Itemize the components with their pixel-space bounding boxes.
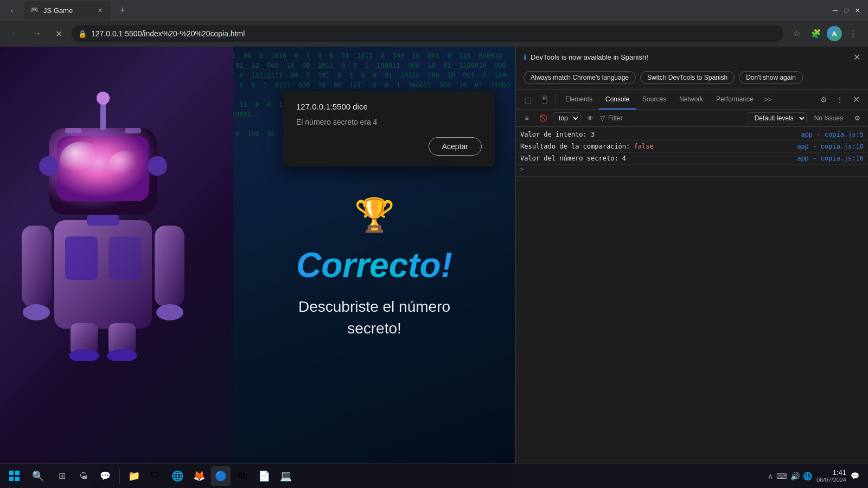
log-link-2[interactable]: app - copia.js:10: [797, 143, 864, 150]
log-val-1: 3: [591, 131, 595, 138]
banner-close-button[interactable]: ✕: [853, 52, 860, 62]
filter-area: ▽ Filter: [600, 114, 745, 122]
url-text: 127.0.0.1:5500/index%20-%20%20copia.html: [91, 29, 245, 38]
clock[interactable]: 1:41 06/07/2024: [816, 468, 846, 483]
subtitle-text: Descubriste el número secreto!: [298, 296, 450, 338]
devtools-more-icon[interactable]: ⋮: [832, 92, 847, 107]
toolbar-separator: [555, 94, 556, 105]
taskbar-app-defender[interactable]: 🛡: [146, 466, 165, 486]
new-tab-button[interactable]: +: [115, 3, 130, 18]
taskbar-teams[interactable]: 💬: [95, 466, 115, 486]
always-match-button[interactable]: Always match Chrome's language: [524, 71, 636, 84]
expand-arrow[interactable]: >: [520, 166, 524, 172]
svg-point-10: [23, 304, 50, 320]
maximize-button[interactable]: □: [842, 6, 851, 15]
levels-selector[interactable]: Default levels: [749, 112, 807, 124]
start-button[interactable]: [4, 466, 24, 486]
svg-rect-21: [125, 128, 141, 133]
context-selector[interactable]: top: [553, 112, 580, 124]
taskbar-widgets[interactable]: 🌤: [74, 466, 93, 486]
banner-text: DevTools is now available in Spanish!: [531, 53, 849, 61]
taskbar-taskview[interactable]: ⊞: [52, 466, 72, 486]
minimize-button[interactable]: ─: [831, 6, 840, 15]
tab-console[interactable]: Console: [599, 90, 636, 110]
tab-close-btn[interactable]: ✕: [95, 6, 104, 15]
eye-icon[interactable]: 👁: [584, 112, 597, 125]
console-expand-row[interactable]: >: [516, 165, 868, 177]
svg-rect-2: [108, 236, 141, 280]
taskbar-app-store[interactable]: 🛍: [233, 466, 252, 486]
log-link-3[interactable]: app - copia.js:16: [797, 155, 864, 162]
devtools-device-icon[interactable]: 📱: [537, 92, 552, 107]
address-input-field[interactable]: 🔒 127.0.0.1:5500/index%20-%20%20copia.ht…: [72, 25, 783, 42]
browser-toolbar: ☆ 🧩 A ⋮: [788, 25, 861, 42]
volume-icon[interactable]: 🔊: [790, 472, 800, 480]
dont-show-button[interactable]: Don't show again: [739, 71, 803, 84]
filter-icon: ▽: [600, 114, 605, 122]
taskbar: 🔍 ⊞ 🌤 💬 📁 🛡 🌐 🦊 🔵 🛍: [0, 463, 868, 488]
svg-point-5: [60, 142, 103, 179]
menu-button[interactable]: ⋮: [844, 25, 861, 42]
tab-sources[interactable]: Sources: [636, 90, 673, 110]
taskbar-app-acrobat[interactable]: 📄: [254, 466, 274, 486]
svg-point-16: [39, 156, 59, 176]
taskbar-app-vscode[interactable]: 💻: [276, 466, 296, 486]
devtools-settings-icon[interactable]: ⚙: [816, 92, 831, 107]
close-button[interactable]: ✕: [853, 6, 861, 15]
tab-favicon: 🎮: [30, 6, 39, 15]
log-link-1[interactable]: app - copia.js:5: [801, 131, 864, 138]
extensions-button[interactable]: 🧩: [807, 25, 825, 42]
tab-network[interactable]: Network: [673, 90, 710, 110]
chrome-icon: 🔵: [215, 470, 227, 482]
alert-title: 127.0.0.1:5500 dice: [296, 102, 482, 111]
tab-prev-btn[interactable]: ‹: [4, 3, 20, 18]
taskbar-app-explorer[interactable]: 📁: [124, 466, 144, 486]
console-output: Valor de intento: 3 app - copia.js:5 Res…: [516, 127, 868, 488]
taskbar-app-chrome[interactable]: 🔵: [211, 466, 231, 486]
search-icon: 🔍: [32, 470, 44, 482]
forward-button[interactable]: →: [28, 25, 46, 42]
network-icon[interactable]: 🌐: [803, 472, 812, 480]
tab-elements[interactable]: Elements: [559, 90, 599, 110]
window-controls: ─ □ ✕: [831, 6, 861, 15]
svg-point-19: [97, 92, 110, 105]
widgets-icon: 🌤: [79, 471, 88, 481]
filter-label: Filter: [608, 114, 623, 122]
subtitle-line2: secreto!: [347, 320, 401, 337]
back-button[interactable]: ←: [7, 25, 24, 42]
profile-icon[interactable]: A: [827, 26, 842, 41]
taskview-icon: ⊞: [59, 471, 66, 481]
more-tabs-button[interactable]: >>: [760, 90, 776, 110]
banner-button-group: Always match Chrome's language Switch De…: [524, 71, 860, 84]
taskbar-search[interactable]: 🔍: [26, 466, 50, 486]
console-clear-icon[interactable]: 🚫: [537, 112, 550, 125]
console-sidebar-icon[interactable]: ≡: [520, 112, 533, 125]
keyboard-icon[interactable]: ⌨: [776, 472, 787, 480]
devtools-right-icons: ⚙ ⋮ ✕: [816, 92, 864, 107]
system-tray: ∧ ⌨ 🔊 🌐: [768, 472, 812, 480]
browser-tab[interactable]: 🎮 JS Game ✕: [24, 1, 111, 20]
alert-accept-button[interactable]: Aceptar: [429, 137, 482, 156]
trophy-icon: 🏆: [354, 196, 395, 234]
svg-rect-18: [100, 101, 106, 131]
chevron-up-icon[interactable]: ∧: [768, 472, 773, 480]
reload-button[interactable]: ✕: [50, 25, 67, 42]
tab-performance[interactable]: Performance: [710, 90, 760, 110]
log-val-3: 4: [622, 155, 626, 162]
switch-devtools-button[interactable]: Switch DevTools to Spanish: [640, 71, 735, 84]
no-issues-button[interactable]: No Issues: [810, 113, 847, 123]
taskbar-app-firefox[interactable]: 🦊: [189, 466, 209, 486]
tab-title: JS Game: [43, 7, 91, 15]
taskbar-app-edge[interactable]: 🌐: [168, 466, 187, 486]
alert-dialog: 127.0.0.1:5500 dice El número secreto er…: [283, 91, 495, 166]
taskbar-right-area: ∧ ⌨ 🔊 🌐 1:41 06/07/2024 💬: [768, 468, 864, 483]
log-key-1: Valor de intento:: [520, 131, 591, 138]
svg-point-11: [156, 304, 183, 320]
devtools-inspect-icon[interactable]: ⬚: [520, 92, 535, 107]
issues-settings-icon[interactable]: ⚙: [851, 112, 864, 125]
console-log-3: Valor del número secreto: 4 app - copia.…: [516, 153, 868, 165]
console-toolbar: ≡ 🚫 top 👁 ▽ Filter Default levels No Iss…: [516, 110, 868, 127]
notifications-icon[interactable]: 💬: [851, 472, 859, 480]
devtools-close-button[interactable]: ✕: [848, 92, 864, 107]
bookmark-button[interactable]: ☆: [788, 25, 805, 42]
